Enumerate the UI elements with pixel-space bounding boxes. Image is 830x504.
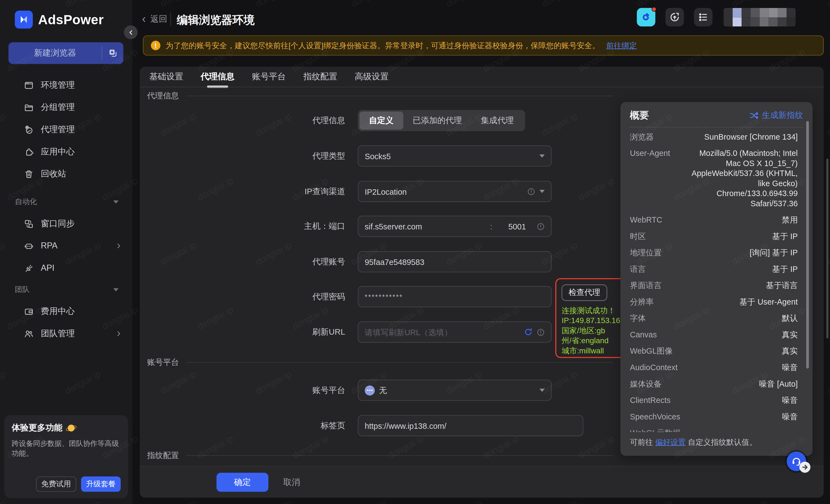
info-icon[interactable] xyxy=(537,328,545,336)
proxy-type-select[interactable]: Socks5 xyxy=(358,145,552,167)
mosaic-cell xyxy=(760,17,769,27)
tab-指纹配置[interactable]: 指纹配置 xyxy=(304,67,337,87)
sidebar-item-label: 团队管理 xyxy=(41,328,75,339)
host-port-field[interactable]: : xyxy=(358,216,552,237)
preferences-link[interactable]: 偏好设置 xyxy=(655,438,685,446)
summary-rows: 浏览器SunBrowser [Chrome 134]User-AgentMozi… xyxy=(630,132,798,437)
batch-create-icon[interactable] xyxy=(102,49,123,58)
ip-channel-select[interactable]: IP2Location xyxy=(358,181,552,202)
refresh-url-field[interactable] xyxy=(358,322,552,343)
free-trial-button[interactable]: 免费试用 xyxy=(36,476,76,492)
mosaic-cell xyxy=(769,8,778,18)
sidebar-group-header[interactable]: 团队 xyxy=(0,279,132,300)
sidebar-group-header[interactable]: 自动化 xyxy=(0,192,132,213)
summary-row: SpeechVoices噪音 xyxy=(630,411,798,422)
tab-账号平台[interactable]: 账号平台 xyxy=(252,67,286,87)
tab-高级设置[interactable]: 高级设置 xyxy=(355,67,388,87)
sidebar-item[interactable]: 费用中心 xyxy=(0,300,132,323)
mosaic-cell xyxy=(778,17,787,27)
form-footer: 确定 取消 xyxy=(140,466,824,498)
robot-icon xyxy=(24,241,33,250)
promo-title-row: 体验更多功能 xyxy=(11,423,121,434)
host-input[interactable] xyxy=(365,222,481,231)
info-icon[interactable] xyxy=(537,222,545,230)
mosaic-cell xyxy=(751,8,760,18)
platform-label: 账号平台 xyxy=(277,385,345,396)
summary-row-label: WebGL图像 xyxy=(630,346,673,356)
shuffle-icon xyxy=(749,111,758,120)
section-proxy-label: 代理信息 xyxy=(147,91,179,101)
proxy-password-input[interactable] xyxy=(365,293,545,301)
tab-代理信息[interactable]: 代理信息 xyxy=(201,67,234,87)
sidebar-item-label: 代理管理 xyxy=(41,124,75,135)
sidebar-item-label: 费用中心 xyxy=(41,306,75,317)
sidebar-collapse-button[interactable] xyxy=(124,25,138,39)
proxy-password-row: 代理密码 xyxy=(277,286,552,307)
tab-基础设置[interactable]: 基础设置 xyxy=(149,67,183,87)
mosaic-cell xyxy=(787,8,796,18)
adspower-logo-icon xyxy=(15,10,33,28)
proxy-type-row: 代理类型 Socks5 xyxy=(277,145,552,167)
tab-page-label: 标签页 xyxy=(277,420,345,431)
task-list-button[interactable] xyxy=(694,8,712,27)
dongtai-app-icon[interactable] xyxy=(637,8,655,27)
platform-select[interactable]: 无 xyxy=(358,380,552,401)
new-browser-button[interactable]: 新建浏览器 xyxy=(8,42,123,64)
cancel-button[interactable]: 取消 xyxy=(283,473,300,492)
refresh-icon[interactable] xyxy=(524,328,533,336)
proxy-test-line: IP:149.87.153.163 xyxy=(562,315,625,326)
mosaic-cell xyxy=(787,17,796,27)
window-scrollbar[interactable] xyxy=(826,159,829,338)
summary-row-label: User-Agent xyxy=(630,148,670,158)
summary-row: 地理位置[询问] 基于 IP xyxy=(630,247,798,258)
refresh-url-input[interactable] xyxy=(365,328,520,337)
sidebar-item[interactable]: API xyxy=(0,257,132,279)
proxy-test-line: 州/省:england xyxy=(562,336,625,346)
summary-row: WebRTC禁用 xyxy=(630,215,798,225)
port-input[interactable] xyxy=(502,222,532,231)
summary-row: AudioContext噪音 xyxy=(630,362,798,372)
segment-option[interactable]: 集成代理 xyxy=(472,111,523,129)
sidebar-item[interactable]: 应用中心 xyxy=(0,141,132,163)
sidebar-item[interactable]: 回收站 xyxy=(0,163,132,185)
summary-row: WebGL元数据 xyxy=(630,428,798,432)
tab-page-field[interactable] xyxy=(358,415,583,436)
info-icon[interactable] xyxy=(527,188,535,196)
proxy-test-line: 城市:millwall xyxy=(562,346,625,356)
sidebar-item-label: 回收站 xyxy=(41,169,66,179)
summary-scrollbar[interactable] xyxy=(806,121,809,369)
mosaic-cell xyxy=(724,8,733,18)
generate-fingerprint-link[interactable]: 生成新指纹 xyxy=(749,110,803,121)
segment-option[interactable]: 已添加的代理 xyxy=(403,111,472,129)
proxy-type-value: Socks5 xyxy=(365,152,391,161)
expand-arrow-button[interactable] xyxy=(799,462,810,473)
summary-row: Canvas真实 xyxy=(630,329,798,339)
mosaic-cell xyxy=(741,8,751,18)
summary-row-value: [询问] 基于 IP xyxy=(749,247,798,258)
proxy-user-field[interactable] xyxy=(358,251,552,272)
summary-row-value: 禁用 xyxy=(782,215,798,225)
bind-authenticator-link[interactable]: 前往绑定 xyxy=(606,40,637,51)
plug-icon xyxy=(24,264,33,273)
upgrade-plan-button[interactable]: 升级套餐 xyxy=(81,476,121,492)
summary-row-label: SpeechVoices xyxy=(630,411,680,422)
summary-footer-suffix: 自定义指纹默认值。 xyxy=(688,438,757,446)
segment-option[interactable]: 自定义 xyxy=(359,111,403,129)
summary-footer-prefix: 可前往 xyxy=(630,438,653,446)
mosaic-cell xyxy=(733,8,742,18)
proxy-user-input[interactable] xyxy=(365,257,545,266)
proxy-password-field[interactable] xyxy=(358,286,552,307)
sidebar-item[interactable]: 分组管理 xyxy=(0,96,132,119)
sidebar-item[interactable]: RPA xyxy=(0,235,132,257)
sidebar-item[interactable]: 窗口同步 xyxy=(0,213,132,235)
sidebar-item[interactable]: 代理管理 xyxy=(0,119,132,141)
sync-update-button[interactable] xyxy=(666,8,684,27)
back-button[interactable]: 返回 xyxy=(141,14,167,25)
sidebar-item[interactable]: 环境管理 xyxy=(0,74,132,96)
sidebar-item[interactable]: 团队管理 xyxy=(0,323,132,345)
user-account-redacted[interactable] xyxy=(724,8,796,27)
check-proxy-button[interactable]: 检查代理 xyxy=(562,284,607,301)
confirm-button[interactable]: 确定 xyxy=(217,473,268,492)
refresh-url-row: 刷新URL xyxy=(277,322,552,343)
tab-page-input[interactable] xyxy=(365,421,576,430)
